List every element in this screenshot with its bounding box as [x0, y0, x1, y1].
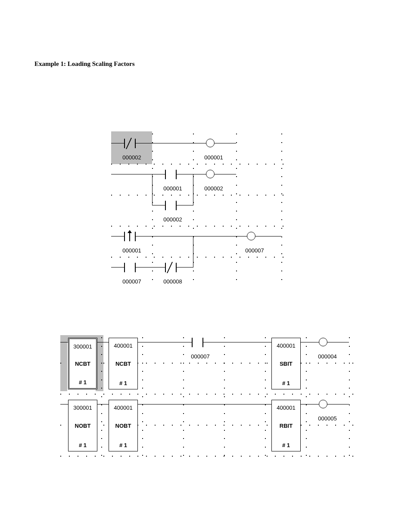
page: Example 1: Loading Scaling Factors — [0, 0, 411, 532]
grid-dots — [142, 337, 143, 456]
grid-dots — [236, 134, 237, 280]
grid-dots — [60, 425, 353, 426]
wire — [177, 267, 193, 268]
grid-dots — [60, 363, 353, 364]
wire — [111, 267, 124, 268]
fb-index: # 1 — [109, 442, 137, 448]
contact-address: 000007 — [115, 278, 149, 285]
fb-address: 400001 — [272, 342, 300, 349]
grid-dots — [111, 164, 283, 165]
grid-dots — [224, 337, 225, 456]
output-coil — [206, 170, 215, 178]
fb-address: 400001 — [272, 404, 300, 411]
wire — [136, 236, 247, 236]
wire — [138, 342, 192, 342]
function-block-sbit: 400001 SBIT # 1 — [271, 338, 301, 389]
grid-dots — [111, 226, 283, 227]
wire — [215, 143, 236, 143]
fb-name: NCBT — [109, 361, 137, 367]
wire — [215, 174, 236, 174]
coil-address: 000002 — [196, 185, 231, 192]
function-block-ncbt: 400001 NCBT # 1 — [109, 338, 138, 389]
contact-address: 000001 — [156, 185, 190, 192]
grid-dots — [111, 195, 283, 196]
grid-dots — [306, 337, 307, 456]
fb-name: RBIT — [272, 423, 300, 429]
contact-address: 000008 — [156, 278, 190, 285]
wire — [177, 174, 206, 174]
coil-address: 000004 — [310, 353, 345, 360]
wire — [138, 404, 271, 404]
wire — [193, 174, 193, 205]
wire — [152, 174, 153, 205]
fb-index: # 1 — [68, 442, 97, 448]
grid-dots — [60, 456, 353, 457]
wire — [97, 342, 109, 342]
wire — [203, 342, 271, 342]
wire — [60, 342, 68, 342]
fb-name: NCBT — [69, 361, 96, 367]
fb-address: 300001 — [69, 343, 96, 350]
wire — [177, 205, 193, 205]
fb-name: NOBT — [68, 423, 97, 429]
contact-address: 000007 — [183, 353, 218, 360]
output-coil — [206, 139, 215, 147]
wire — [97, 404, 109, 404]
grid-dots — [111, 257, 283, 258]
coil-address: 000001 — [196, 154, 231, 161]
wire — [111, 174, 152, 174]
fb-address: 400001 — [109, 342, 137, 349]
function-block-nobt: 400001 NOBT # 1 — [109, 400, 138, 451]
contact-address: 000002 — [115, 154, 149, 161]
function-block-ncbt: 300001 NCBT # 1 — [68, 338, 97, 389]
grid-dots — [281, 134, 282, 280]
grid-dots — [265, 337, 266, 456]
contact-address: 000002 — [156, 216, 190, 223]
ladder-diagram-1: 000002 000001 000001 000002 000002 — [111, 129, 283, 289]
coil-address: 000005 — [310, 415, 345, 422]
output-coil — [319, 400, 327, 408]
fb-address: 400001 — [109, 404, 137, 411]
grid-dots — [349, 337, 350, 456]
wire — [111, 143, 124, 143]
fb-index: # 1 — [109, 380, 137, 386]
wire — [327, 404, 349, 404]
grid-dots — [152, 134, 153, 280]
fb-index: # 1 — [272, 442, 300, 448]
wire — [301, 342, 319, 342]
grid-dots — [60, 394, 353, 395]
ladder-diagram-2: 300001 NCBT # 1 400001 NCBT # 1 000007 4… — [60, 335, 353, 456]
wire — [111, 236, 124, 236]
wire — [136, 143, 206, 143]
wire — [327, 342, 349, 342]
output-coil — [247, 232, 255, 240]
output-coil — [319, 338, 327, 346]
wire — [60, 404, 68, 404]
wire — [152, 174, 165, 174]
wire — [136, 267, 165, 268]
wire — [301, 404, 319, 404]
wire — [193, 236, 193, 268]
fb-index: # 1 — [272, 380, 300, 386]
function-block-rbit: 400001 RBIT # 1 — [271, 400, 301, 451]
coil-address: 000007 — [237, 247, 272, 254]
fb-name: SBIT — [272, 361, 300, 367]
fb-index: # 1 — [69, 379, 96, 386]
contact-address: 000001 — [115, 247, 149, 254]
wire — [152, 205, 165, 205]
grid-dots — [101, 337, 102, 456]
function-block-nobt: 300001 NOBT # 1 — [68, 400, 97, 451]
wire — [255, 236, 281, 236]
page-title: Example 1: Loading Scaling Factors — [34, 60, 135, 68]
fb-address: 300001 — [68, 404, 97, 411]
fb-name: NOBT — [109, 423, 137, 429]
